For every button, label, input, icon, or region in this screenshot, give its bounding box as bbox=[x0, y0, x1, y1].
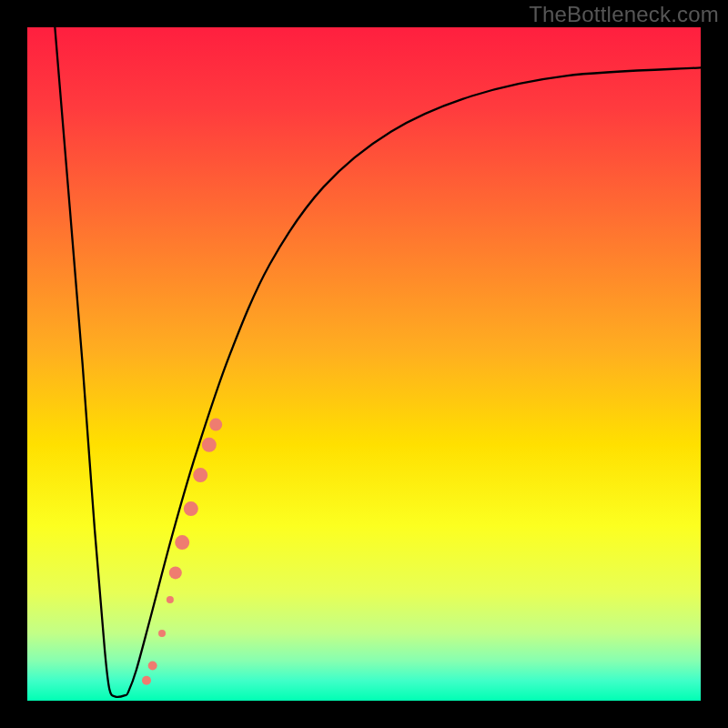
highlight-points bbox=[142, 419, 222, 685]
highlight-point bbox=[158, 630, 166, 637]
watermark-text: TheBottleneck.com bbox=[529, 2, 719, 27]
highlight-point bbox=[209, 419, 222, 431]
highlight-point bbox=[167, 596, 174, 603]
chart-outer: TheBottleneck.com bbox=[0, 0, 728, 728]
bottleneck-curve bbox=[55, 27, 701, 697]
highlight-point bbox=[202, 438, 217, 452]
highlight-point bbox=[169, 566, 182, 579]
highlight-point bbox=[193, 468, 207, 482]
chart-svg bbox=[27, 27, 701, 701]
highlight-point bbox=[184, 501, 198, 516]
highlight-point bbox=[148, 662, 157, 671]
highlight-point bbox=[175, 535, 189, 550]
highlight-point bbox=[142, 676, 151, 685]
plot-area bbox=[27, 27, 701, 701]
